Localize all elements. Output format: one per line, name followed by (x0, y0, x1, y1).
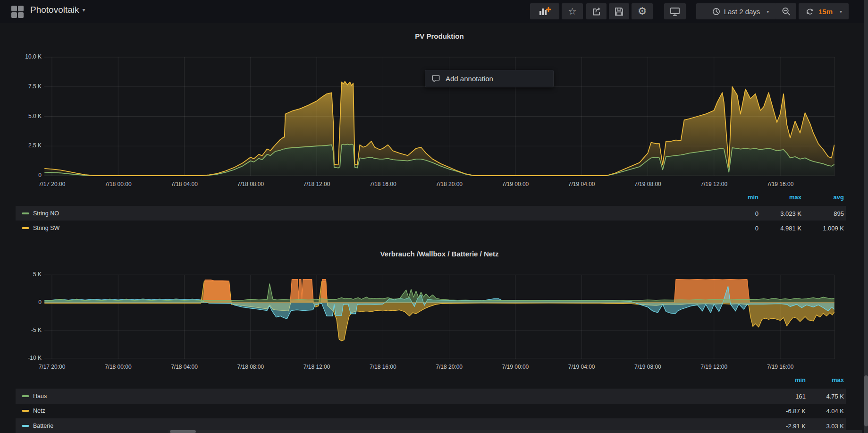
chevron-down-icon: ▾ (83, 7, 85, 13)
comment-bubble-icon (431, 75, 440, 83)
legend-stat-header-avg: avg (792, 194, 844, 201)
x-axis-tick-label: 7/18 00:00 (92, 364, 144, 370)
x-axis-tick-label: 7/18 04:00 (159, 364, 211, 370)
chevron-down-icon: ▾ (767, 9, 769, 14)
legend-row-string-no[interactable]: String NO03.023 K895 (16, 206, 846, 221)
chevron-down-icon: ▾ (840, 9, 842, 14)
x-axis-tick-label: 7/19 08:00 (622, 364, 674, 370)
x-axis-tick-label: 7/18 08:00 (225, 364, 277, 370)
legend-series-label[interactable]: Batterie (33, 423, 53, 429)
x-axis-tick-label: 7/17 20:00 (26, 364, 78, 370)
horizontal-scrollbar-thumb[interactable] (170, 430, 196, 433)
pv-produktion-chart[interactable] (0, 45, 868, 187)
legend-stat-value-avg: 1.009 K (792, 224, 844, 231)
share-button[interactable] (586, 3, 607, 19)
x-axis-tick-label: 7/18 12:00 (291, 364, 343, 370)
share-icon (591, 6, 602, 17)
legend-color-swatch (22, 410, 29, 412)
verbrauch-chart[interactable] (0, 268, 868, 374)
zoom-out-button[interactable] (775, 3, 796, 19)
dashboard-title-dropdown[interactable]: Photovoltaik▾ (30, 5, 85, 15)
legend-row-haus[interactable]: Haus1614.75 K (16, 389, 846, 404)
x-axis-tick-label: 7/18 08:00 (225, 181, 277, 187)
time-range-label: Last 2 days (724, 8, 760, 16)
zoom-out-icon (781, 7, 791, 17)
save-icon (614, 7, 624, 17)
grafana-dashboard: Photovoltaik▾ ☆ (0, 0, 868, 433)
y-axis-tick-label: 5.0 K (0, 113, 42, 119)
x-axis-tick-label: 7/18 00:00 (92, 181, 144, 187)
gear-icon: ⚙ (638, 6, 647, 17)
dashboard-title: Photovoltaik (30, 5, 79, 15)
y-axis-tick-label: 7.5 K (0, 83, 42, 90)
refresh-icon (805, 7, 814, 16)
star-button[interactable]: ☆ (562, 3, 583, 19)
x-axis-tick-label: 7/18 16:00 (357, 181, 409, 187)
legend-stat-value-max: 4.75 K (792, 392, 844, 399)
legend-stat-value-max: 4.04 K (792, 408, 844, 415)
x-axis-tick-label: 7/17 20:00 (26, 181, 78, 187)
y-axis-tick-label: 0 (0, 172, 42, 178)
refresh-interval-label: 15m (818, 8, 833, 16)
x-axis-tick-label: 7/18 16:00 (357, 364, 409, 370)
x-axis-tick-label: 7/18 20:00 (423, 181, 475, 187)
x-axis-tick-label: 7/19 16:00 (754, 181, 806, 187)
legend-series-label[interactable]: Haus (33, 393, 47, 399)
navbar: Photovoltaik▾ ☆ (0, 0, 868, 23)
y-axis-tick-label: 10.0 K (0, 53, 42, 60)
x-axis-tick-label: 7/19 04:00 (556, 364, 607, 370)
x-axis-tick-label: 7/19 00:00 (489, 181, 541, 187)
star-icon: ☆ (568, 7, 577, 16)
horizontal-scrollbar-track[interactable] (169, 430, 862, 433)
y-axis-tick-label: 0 (0, 299, 42, 306)
save-button[interactable] (609, 3, 629, 19)
add-panel-button[interactable] (530, 3, 559, 19)
legend-series-label[interactable]: String NO (33, 210, 59, 217)
x-axis-tick-label: 7/19 04:00 (556, 181, 607, 187)
x-axis-tick-label: 7/19 12:00 (688, 181, 740, 187)
y-axis-tick-label: 2.5 K (0, 142, 42, 149)
clock-icon (712, 8, 720, 16)
add-annotation-label: Add annotation (446, 75, 493, 83)
legend-color-swatch (22, 227, 29, 229)
x-axis-tick-label: 7/19 08:00 (622, 181, 674, 187)
add-annotation-menu-item[interactable]: Add annotation (425, 70, 554, 87)
x-axis-tick-label: 7/18 04:00 (159, 181, 211, 187)
legend-row-netz[interactable]: Netz-6.87 K4.04 K (16, 404, 846, 419)
legend-row-string-sw[interactable]: String SW04.981 K1.009 K (16, 221, 846, 235)
legend-color-swatch (22, 212, 29, 214)
legend-color-swatch (22, 395, 29, 397)
refresh-picker[interactable]: 15m ▾ (799, 3, 849, 19)
tv-mode-button[interactable] (664, 3, 686, 19)
legend-color-swatch (22, 425, 29, 427)
legend-stat-header-max: max (792, 376, 844, 383)
legend-series-label[interactable]: Netz (33, 408, 45, 414)
legend-stat-value-avg: 895 (792, 210, 844, 217)
x-axis-tick-label: 7/18 12:00 (291, 181, 343, 187)
legend-stat-value-max: 3.03 K (792, 422, 844, 429)
monitor-icon (669, 6, 681, 17)
dashboard-grid-icon[interactable] (11, 6, 24, 18)
settings-button[interactable]: ⚙ (632, 3, 653, 19)
x-axis-tick-label: 7/19 00:00 (489, 364, 541, 370)
vertical-scrollbar-thumb[interactable] (864, 375, 868, 426)
y-axis-tick-label: -10 K (0, 355, 42, 361)
x-axis-tick-label: 7/19 16:00 (754, 364, 806, 370)
add-panel-icon (539, 7, 551, 16)
vertical-scrollbar-track[interactable] (864, 0, 868, 433)
panel-title-verbrauch[interactable]: Verbrauch /Wallbox / Batterie / Netz (44, 250, 834, 258)
x-axis-tick-label: 7/19 12:00 (688, 364, 740, 370)
legend-series-label[interactable]: String SW (33, 225, 59, 231)
time-range-picker[interactable]: Last 2 days ▾ (696, 3, 785, 19)
y-axis-tick-label: 5 K (0, 271, 42, 278)
panel-title-pv-produktion[interactable]: PV Produktion (44, 32, 834, 40)
x-axis-tick-label: 7/18 20:00 (423, 364, 475, 370)
y-axis-tick-label: -5 K (0, 327, 42, 333)
